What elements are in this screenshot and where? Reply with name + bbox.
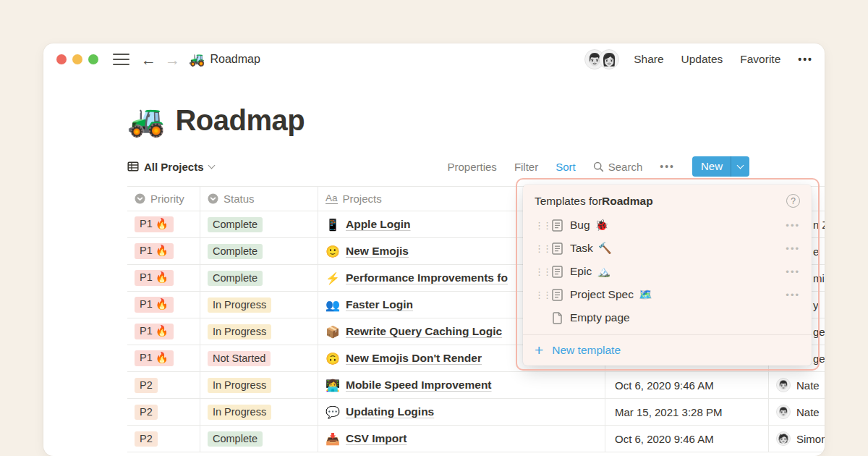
priority-tag[interactable]: P2 bbox=[135, 431, 158, 447]
project-link[interactable]: CSV Import bbox=[346, 432, 407, 445]
priority-tag[interactable]: P1 🔥 bbox=[135, 324, 174, 339]
project-emoji-icon: 👥 bbox=[326, 298, 340, 312]
status-cell[interactable]: Complete bbox=[200, 265, 318, 291]
filter-button[interactable]: Filter bbox=[514, 161, 538, 173]
priority-tag[interactable]: P1 🔥 bbox=[135, 350, 174, 366]
help-icon[interactable]: ? bbox=[786, 194, 800, 208]
date-cell[interactable]: Mar 15, 2021 3:28 PM bbox=[605, 399, 769, 425]
status-cell[interactable]: In Progress bbox=[200, 399, 318, 425]
project-link[interactable]: New Emojis bbox=[346, 245, 409, 258]
status-tag[interactable]: In Progress bbox=[208, 324, 271, 339]
view-toolbar: All Projects Properties Filter Sort Sear… bbox=[127, 155, 749, 178]
sidebar-toggle-icon[interactable] bbox=[113, 54, 129, 66]
template-more-icon[interactable]: ••• bbox=[786, 290, 800, 300]
status-cell[interactable]: In Progress bbox=[200, 372, 318, 398]
template-item-task[interactable]: ⋮⋮ Task 🔨 ••• bbox=[523, 237, 812, 260]
status-tag[interactable]: In Progress bbox=[208, 405, 271, 420]
person-cell[interactable]: 🧑🏻Simon bbox=[769, 426, 825, 452]
zoom-window-button[interactable] bbox=[88, 54, 98, 64]
new-button-label[interactable]: New bbox=[692, 156, 731, 177]
project-link[interactable]: Faster Login bbox=[346, 298, 413, 311]
favorite-button[interactable]: Favorite bbox=[740, 53, 780, 66]
priority-cell[interactable]: P2 bbox=[127, 426, 200, 452]
priority-cell[interactable]: P1 🔥 bbox=[127, 345, 200, 371]
person-avatar: 🧑🏻 bbox=[776, 431, 791, 446]
project-link[interactable]: Rewrite Query Caching Logic bbox=[346, 325, 502, 338]
status-tag[interactable]: Not Started bbox=[208, 351, 271, 366]
priority-cell[interactable]: P1 🔥 bbox=[127, 238, 200, 264]
status-tag[interactable]: Complete bbox=[208, 431, 263, 447]
person-cell[interactable]: 👨🏻Nate bbox=[769, 399, 825, 425]
minimize-window-button[interactable] bbox=[72, 54, 82, 64]
new-template-button[interactable]: + New template bbox=[523, 335, 812, 366]
project-link[interactable]: Apple Login bbox=[346, 218, 411, 231]
template-more-icon[interactable]: ••• bbox=[786, 243, 800, 254]
new-button[interactable]: New bbox=[692, 156, 749, 177]
project-cell[interactable]: 💬Updating Logins bbox=[318, 399, 605, 425]
search-button[interactable]: Search bbox=[593, 161, 643, 173]
template-item-bug[interactable]: ⋮⋮ Bug 🐞 ••• bbox=[523, 214, 812, 237]
status-cell[interactable]: In Progress bbox=[200, 318, 318, 345]
view-more-icon[interactable]: ••• bbox=[660, 161, 675, 172]
template-item-project-spec[interactable]: ⋮⋮ Project Spec 🗺️ ••• bbox=[523, 283, 812, 306]
column-header-priority[interactable]: Priority bbox=[127, 187, 200, 211]
person-avatar: 👨🏻 bbox=[776, 378, 791, 392]
drag-handle-icon[interactable]: ⋮⋮ bbox=[535, 221, 546, 230]
template-more-icon[interactable]: ••• bbox=[786, 266, 800, 277]
priority-tag[interactable]: P1 🔥 bbox=[135, 216, 174, 232]
status-cell[interactable]: Complete bbox=[200, 238, 318, 264]
status-cell[interactable]: Complete bbox=[200, 211, 318, 237]
status-tag[interactable]: Complete bbox=[208, 271, 263, 286]
template-more-icon[interactable]: ••• bbox=[786, 220, 800, 231]
priority-tag[interactable]: P1 🔥 bbox=[135, 270, 174, 286]
priority-tag[interactable]: P1 🔥 bbox=[135, 297, 174, 313]
status-cell[interactable]: Complete bbox=[200, 426, 318, 452]
priority-cell[interactable]: P1 🔥 bbox=[127, 211, 200, 237]
project-cell[interactable]: 👩‍💻Mobile Speed Improvement bbox=[318, 372, 605, 398]
priority-cell[interactable]: P1 🔥 bbox=[127, 265, 200, 291]
template-item-epic[interactable]: ⋮⋮ Epic 🏔️ ••• bbox=[523, 260, 812, 283]
priority-cell[interactable]: P2 bbox=[127, 372, 200, 398]
view-switcher[interactable]: All Projects bbox=[127, 161, 214, 173]
date-cell[interactable]: Oct 6, 2020 9:46 AM bbox=[605, 372, 769, 398]
new-button-dropdown[interactable] bbox=[731, 156, 749, 177]
search-label: Search bbox=[608, 161, 643, 173]
more-menu-icon[interactable]: ••• bbox=[798, 54, 813, 65]
project-link[interactable]: New Emojis Don't Render bbox=[346, 352, 482, 365]
breadcrumb[interactable]: 🚜 Roadmap bbox=[189, 51, 260, 67]
person-cell[interactable]: 👨🏻Nate bbox=[769, 372, 825, 398]
collaborator-avatars[interactable]: 👨🏻 👩🏻 bbox=[584, 49, 619, 69]
priority-cell[interactable]: P1 🔥 bbox=[127, 292, 200, 318]
drag-handle-icon[interactable]: ⋮⋮ bbox=[535, 290, 546, 300]
sort-button[interactable]: Sort bbox=[556, 161, 576, 173]
priority-cell[interactable]: P1 🔥 bbox=[127, 318, 200, 345]
date-cell[interactable]: Oct 6, 2020 9:46 AM bbox=[605, 426, 769, 452]
project-emoji-icon: 📥 bbox=[326, 432, 340, 446]
template-item-empty-page[interactable]: Empty page bbox=[523, 306, 812, 329]
drag-handle-icon[interactable]: ⋮⋮ bbox=[535, 244, 546, 253]
close-window-button[interactable] bbox=[56, 54, 67, 64]
status-tag[interactable]: In Progress bbox=[208, 378, 271, 393]
project-emoji-icon: 🙃 bbox=[326, 352, 340, 366]
page-emoji-icon[interactable]: 🚜 bbox=[127, 106, 165, 136]
properties-button[interactable]: Properties bbox=[448, 161, 497, 173]
page-title-text[interactable]: Roadmap bbox=[175, 104, 305, 137]
status-cell[interactable]: In Progress bbox=[200, 292, 318, 318]
project-link[interactable]: Updating Logins bbox=[346, 405, 434, 418]
priority-cell[interactable]: P2 bbox=[127, 399, 200, 425]
status-tag[interactable]: Complete bbox=[208, 244, 263, 259]
project-link[interactable]: Performance Improvements fo bbox=[346, 271, 508, 284]
project-link[interactable]: Mobile Speed Improvement bbox=[346, 379, 492, 392]
column-header-status[interactable]: Status bbox=[200, 187, 318, 211]
priority-tag[interactable]: P2 bbox=[135, 405, 158, 420]
project-cell[interactable]: 📥CSV Import bbox=[318, 426, 605, 452]
drag-handle-icon[interactable]: ⋮⋮ bbox=[535, 267, 546, 276]
status-tag[interactable]: In Progress bbox=[208, 297, 271, 313]
status-cell[interactable]: Not Started bbox=[200, 345, 318, 371]
updates-button[interactable]: Updates bbox=[681, 53, 723, 66]
priority-tag[interactable]: P2 bbox=[135, 378, 158, 393]
priority-tag[interactable]: P1 🔥 bbox=[135, 243, 174, 259]
share-button[interactable]: Share bbox=[634, 53, 663, 66]
back-arrow-icon[interactable]: ← bbox=[141, 52, 156, 67]
status-tag[interactable]: Complete bbox=[208, 217, 263, 232]
